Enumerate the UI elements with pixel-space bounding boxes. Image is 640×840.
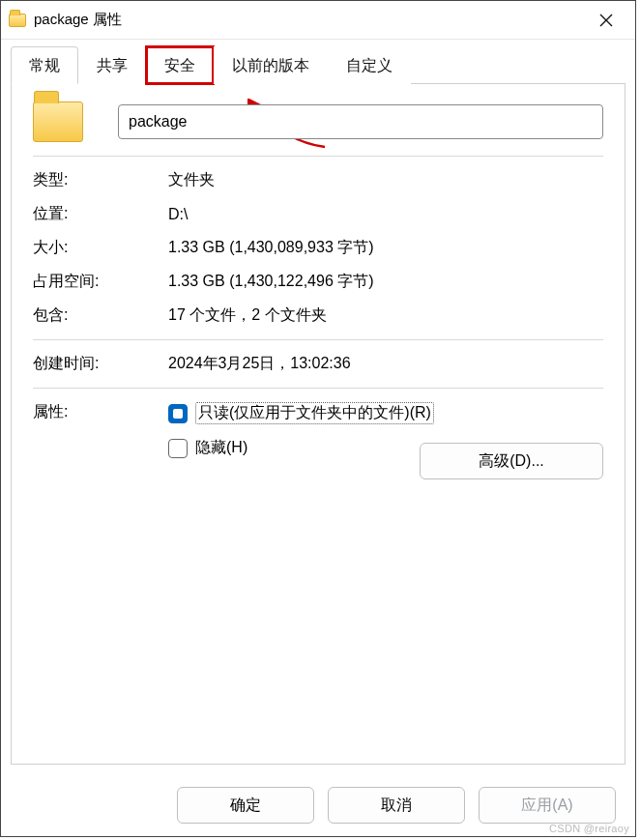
contains-value: 17 个文件，2 个文件夹: [168, 305, 327, 326]
location-value: D:\: [168, 206, 188, 223]
attributes-label: 属性:: [33, 402, 168, 458]
readonly-checkbox[interactable]: [168, 404, 188, 423]
created-label: 创建时间:: [33, 354, 168, 374]
apply-button[interactable]: 应用(A): [479, 787, 616, 824]
ok-button[interactable]: 确定: [177, 787, 314, 824]
titlebar: package 属性: [1, 1, 635, 40]
hidden-label: 隐藏(H): [195, 438, 247, 458]
watermark: CSDN @reiraoy: [549, 823, 629, 834]
type-value: 文件夹: [168, 170, 215, 190]
contains-label: 包含:: [33, 305, 168, 326]
folder-large-icon: [33, 101, 83, 142]
divider: [33, 339, 603, 340]
size-label: 大小:: [33, 238, 168, 258]
folder-icon: [9, 14, 26, 27]
size-on-disk-value: 1.33 GB (1,430,122,496 字节): [168, 272, 374, 292]
close-button[interactable]: [585, 5, 627, 36]
folder-name-input[interactable]: [118, 104, 603, 139]
location-label: 位置:: [33, 204, 168, 224]
tab-panel-general: 类型: 文件夹 位置: D:\ 大小: 1.33 GB (1,430,089,9…: [11, 84, 625, 765]
type-label: 类型:: [33, 170, 168, 190]
divider: [33, 388, 603, 389]
hidden-checkbox[interactable]: [168, 439, 188, 458]
tab-security[interactable]: 安全: [146, 46, 214, 84]
content-area: 常规 共享 安全 以前的版本 自定义 点击这个 类型: 文件夹: [1, 40, 635, 774]
dialog-footer: 确定 取消 应用(A): [1, 774, 635, 836]
tab-previous-versions[interactable]: 以前的版本: [214, 46, 328, 84]
size-on-disk-label: 占用空间:: [33, 272, 168, 292]
tab-bar: 常规 共享 安全 以前的版本 自定义 点击这个: [11, 45, 625, 84]
tab-sharing[interactable]: 共享: [78, 46, 146, 84]
readonly-label: 只读(仅应用于文件夹中的文件)(R): [195, 402, 434, 424]
created-value: 2024年3月25日，13:02:36: [168, 354, 351, 374]
tab-customize[interactable]: 自定义: [328, 46, 411, 84]
close-icon: [599, 14, 613, 27]
divider: [33, 156, 603, 157]
window-title: package 属性: [34, 11, 585, 29]
cancel-button[interactable]: 取消: [328, 787, 465, 824]
size-value: 1.33 GB (1,430,089,933 字节): [168, 238, 374, 258]
properties-dialog: package 属性 常规 共享 安全 以前的版本 自定义 点击这个: [0, 0, 636, 837]
tab-general[interactable]: 常规: [11, 46, 78, 84]
advanced-button[interactable]: 高级(D)...: [420, 443, 603, 479]
